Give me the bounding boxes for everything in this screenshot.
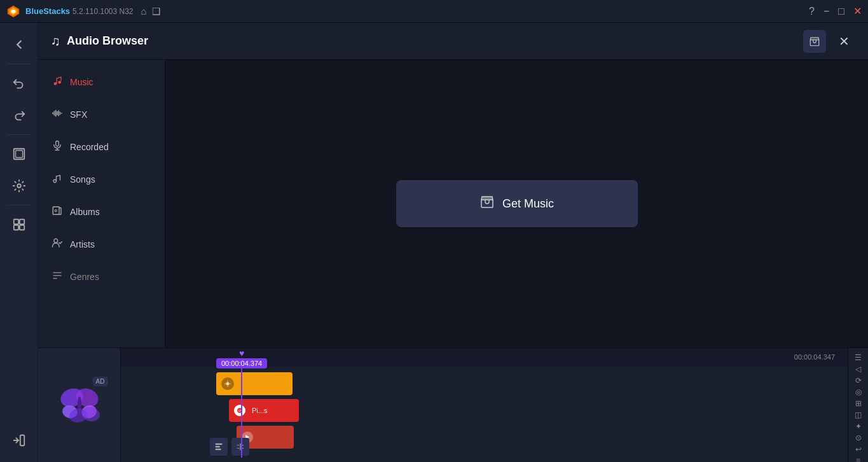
svg-rect-18 <box>60 112 61 115</box>
svg-point-12 <box>59 81 62 84</box>
timeline-main: 00:00:04.347 ♥ 00:00:04.374 <box>121 348 848 462</box>
right-btn-refresh[interactable]: ⟳ <box>851 376 866 385</box>
get-music-label: Get Music <box>502 197 554 211</box>
music-note-icon: ♫ <box>51 34 60 48</box>
right-btn-undo[interactable]: ↩ <box>851 445 866 454</box>
artists-nav-label: Artists <box>70 239 95 249</box>
right-btn-circle[interactable]: ◎ <box>851 388 866 396</box>
song-nav-icon <box>51 172 64 186</box>
genres-nav-label: Genres <box>70 272 99 282</box>
add-panel-button[interactable] <box>4 425 34 456</box>
svg-rect-15 <box>55 110 57 117</box>
svg-rect-24 <box>53 207 59 214</box>
svg-point-26 <box>54 239 58 242</box>
audio-browser-body: Music <box>38 60 868 347</box>
close-x-icon: ✕ <box>839 34 850 49</box>
svg-rect-6 <box>13 220 18 224</box>
crop-button[interactable] <box>4 139 34 169</box>
nav-item-genres[interactable]: Genres <box>38 261 165 293</box>
close-audio-browser-button[interactable]: ✕ <box>832 30 855 53</box>
album-nav-icon <box>51 205 64 219</box>
ad-badge: AD <box>93 377 108 386</box>
right-btn-target[interactable]: ⊙ <box>851 433 866 442</box>
audio-browser-header: ♫ Audio Browser ✕ <box>38 23 868 60</box>
right-btn-menu[interactable]: ☰ <box>851 353 866 362</box>
svg-point-5 <box>17 184 21 188</box>
right-btn-panel[interactable]: ◫ <box>851 410 866 419</box>
redo-button[interactable] <box>4 100 34 130</box>
genre-nav-icon <box>51 270 64 284</box>
svg-point-23 <box>53 179 57 183</box>
nav-item-recorded[interactable]: Recorded <box>38 131 165 164</box>
content-area: ♫ Audio Browser ✕ <box>38 23 868 462</box>
nav-item-songs[interactable]: Songs <box>38 164 165 196</box>
svg-rect-9 <box>19 225 24 230</box>
app-name: BlueStacks <box>25 6 70 16</box>
sfx-nav-icon <box>51 108 64 122</box>
audio-browser-title: Audio Browser <box>67 34 803 48</box>
butterfly-graphic <box>54 380 105 431</box>
audio-browser: ♫ Audio Browser ✕ <box>38 23 868 347</box>
svg-rect-13 <box>53 113 54 115</box>
mic-nav-icon <box>51 140 64 154</box>
svg-rect-10 <box>20 435 24 446</box>
svg-rect-20 <box>56 141 59 146</box>
svg-point-25 <box>55 210 57 212</box>
playhead-time-badge: 00:00:04.374 <box>216 358 267 368</box>
sfx-nav-label: SFX <box>70 109 87 120</box>
svg-rect-7 <box>19 220 24 224</box>
svg-rect-19 <box>61 113 62 114</box>
svg-rect-4 <box>15 151 22 158</box>
playhead-heart-icon: ♥ <box>239 348 244 358</box>
close-icon[interactable]: ✕ <box>853 5 862 17</box>
version-label: 5.2.110.1003 N32 <box>72 7 133 16</box>
nav-item-albums[interactable]: Albums <box>38 196 165 228</box>
artist-nav-icon <box>51 237 64 251</box>
nav-item-artists[interactable]: Artists <box>38 228 165 261</box>
timeline-left-panel: AD <box>38 348 121 462</box>
timeline-time-right: 00:00:04.347 <box>794 353 835 361</box>
sidebar-divider-2 <box>8 134 31 135</box>
minimize-icon[interactable]: − <box>823 6 829 17</box>
timeline-area: AD <box>38 347 868 462</box>
right-btn-back[interactable]: ◁ <box>851 365 866 374</box>
recorded-nav-label: Recorded <box>70 142 109 152</box>
main-layout: ♫ Audio Browser ✕ <box>0 23 868 462</box>
right-btn-grid[interactable]: ⊞ <box>851 399 866 408</box>
maximize-icon[interactable]: □ <box>838 6 844 17</box>
nav-item-sfx[interactable]: SFX <box>38 99 165 131</box>
svg-point-11 <box>54 82 57 85</box>
nav-sidebar: Music <box>38 60 165 347</box>
main-content-area: Get Music <box>165 60 868 347</box>
store-button[interactable] <box>803 30 826 53</box>
settings-button[interactable] <box>4 171 34 201</box>
undo-button[interactable] <box>4 68 34 99</box>
svg-rect-14 <box>54 111 55 116</box>
playhead-line <box>241 368 242 458</box>
store-icon <box>479 194 495 213</box>
right-btn-star[interactable]: ✦ <box>851 422 866 431</box>
right-btn-list[interactable]: ≡ <box>851 456 866 462</box>
left-sidebar <box>0 23 38 462</box>
music-nav-label: Music <box>70 77 93 87</box>
copy-icon[interactable]: ❑ <box>152 6 160 17</box>
sidebar-divider-3 <box>8 205 31 206</box>
svg-rect-16 <box>57 111 58 115</box>
bluestacks-logo <box>6 4 20 18</box>
right-sidebar: ☰ ◁ ⟳ ◎ ⊞ ◫ ✦ ⊙ ↩ ≡ <box>848 348 868 462</box>
layout-button[interactable] <box>4 209 34 240</box>
albums-nav-label: Albums <box>70 207 100 217</box>
music-nav-icon <box>51 75 64 89</box>
songs-nav-label: Songs <box>70 174 95 185</box>
nav-item-music[interactable]: Music <box>38 66 165 99</box>
sidebar-divider-1 <box>8 64 31 64</box>
home-icon[interactable]: ⌂ <box>141 6 147 17</box>
get-music-button[interactable]: Get Music <box>396 180 638 227</box>
svg-rect-17 <box>59 111 60 116</box>
svg-rect-8 <box>13 225 18 230</box>
title-bar-controls: ? − □ ✕ <box>809 5 862 17</box>
help-icon[interactable]: ? <box>809 6 815 17</box>
title-bar: BlueStacks 5.2.110.1003 N32 ⌂ ❑ ? − □ ✕ <box>0 0 868 23</box>
timeline-playhead[interactable]: ♥ 00:00:04.374 <box>216 348 267 458</box>
back-button[interactable] <box>4 29 34 60</box>
